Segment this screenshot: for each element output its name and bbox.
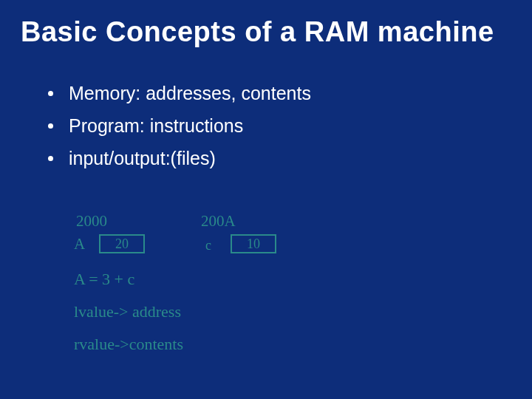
cell-row: A 20 c 10 (74, 234, 458, 253)
memory-cell-a: 20 (99, 234, 145, 253)
rvalue-line: rvalue->contents (74, 335, 458, 354)
memory-diagram: 2000 200A A 20 c 10 A = 3 + c lvalue-> a… (74, 211, 458, 354)
lvalue-line: lvalue-> address (74, 302, 458, 321)
bullet-item: Memory: addresses, contents (48, 78, 532, 110)
bullet-list: Memory: addresses, contents Program: ins… (48, 78, 532, 174)
bullet-item: Program: instructions (48, 110, 532, 143)
bullet-item: input/output:(files) (48, 143, 532, 175)
slide-title: Basic Concepts of a RAM machine (0, 0, 532, 48)
address-1: 2000 (76, 212, 107, 231)
expression-line: A = 3 + c (74, 270, 458, 289)
var-label-a: A (74, 235, 99, 253)
address-row: 2000 200A (74, 211, 458, 231)
memory-cell-c: 10 (231, 234, 276, 253)
address-2: 200A (201, 212, 236, 231)
var-label-c: c (205, 235, 231, 253)
